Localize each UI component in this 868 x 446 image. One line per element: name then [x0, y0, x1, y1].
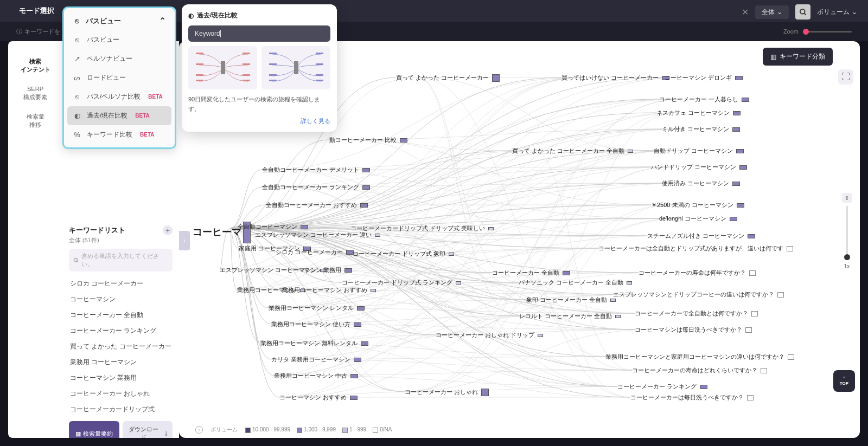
graph-node[interactable]: 業務用コーヒーマシン おすすめ — [282, 286, 376, 294]
left-tab[interactable]: SERP構成要素 — [8, 80, 62, 107]
keyword-list-item[interactable]: コーヒーメーカー ランキング — [69, 323, 173, 339]
mode-dropdown-item[interactable]: ↗ペルソナビュー — [67, 49, 171, 68]
filter-all-button[interactable]: 全体 ⌄ — [755, 5, 789, 19]
graph-node[interactable]: シロカ コーヒーメーカー — [276, 248, 354, 256]
svg-point-0 — [800, 9, 805, 14]
graph-node[interactable]: エスプレッソマシンとドリップコーヒーの違いは何ですか？ — [613, 290, 784, 299]
graph-node[interactable]: 全自動コーヒーメーカー おすすめ — [266, 201, 368, 209]
mode-dropdown-item[interactable]: ◐過去/現在比較BETA — [67, 106, 171, 125]
collapse-panel-button[interactable]: ‹ — [179, 231, 190, 250]
graph-node[interactable]: de'longhi コーヒーマシン — [659, 215, 737, 223]
zoom-slider[interactable] — [803, 31, 852, 33]
vertical-zoom-label: 1x — [844, 263, 850, 269]
keyword-list-item[interactable]: 買って よかった コーヒーメーカー — [69, 339, 173, 354]
mode-item-label: ペルソナビュー — [87, 54, 132, 63]
keyword-classify-button[interactable]: ▥ キーワード分類 — [763, 48, 833, 66]
left-tab[interactable]: 検索インテント — [8, 52, 62, 80]
scroll-top-button[interactable]: ⌃ TOP — [833, 370, 855, 392]
graph-node[interactable]: 業務用コーヒーマシン レンタル — [269, 304, 365, 312]
graph-node[interactable]: コーヒーメーカーは全自動とドリップ式がありますが、違いは何です — [598, 244, 793, 253]
keyword-list-item[interactable]: 業務用 コーヒーマシン — [69, 354, 173, 370]
graph-node[interactable]: コーヒーメーカー ドリップ式 ランキング — [342, 279, 461, 287]
graph-node[interactable]: 自動ドリップ コーヒーマシン — [654, 147, 744, 155]
graph-node[interactable]: 業務用コーヒーマシン 中古 — [274, 372, 358, 380]
graph-node[interactable]: コーヒーメーカーの寿命は何年ですか？ — [639, 269, 756, 277]
graph-node[interactable]: コーヒーメーカー 全自動 — [492, 269, 570, 277]
search-button[interactable] — [795, 4, 810, 20]
mode-dropdown-item[interactable]: ⎋パスビュー — [67, 30, 171, 49]
graph-node[interactable]: スチームノズル付き コーヒーマシン — [647, 232, 755, 240]
vertical-zoom-knob[interactable] — [844, 254, 850, 260]
graph-node[interactable]: コーヒーメーカー 一人暮らし — [659, 95, 749, 104]
graph-node[interactable]: コーヒーマシンは毎日洗うべきですか？ — [635, 326, 752, 334]
graph-node[interactable]: ￥2500 未満の コーヒーマシン — [651, 201, 744, 209]
keyword-list-item[interactable]: コーヒーメーカー 全自動 — [69, 307, 173, 323]
add-keyword-button[interactable]: + — [163, 225, 173, 235]
graph-node[interactable]: 象印 コーヒーメーカー 全自動 — [526, 296, 616, 304]
graph-node[interactable]: 買ってはいけない コーヒーメーカー — [561, 74, 669, 82]
graph-node[interactable]: 業務用コーヒーマシン 無料レンタル — [260, 339, 368, 347]
graph-node[interactable]: コーヒーメーカーは毎日洗うべきですか？ — [630, 393, 754, 402]
graph-node[interactable]: カリタ 業務用コーヒーマシン — [271, 355, 361, 364]
mode-icon: ↗ — [73, 55, 81, 63]
graph-node[interactable]: コーヒーメーカー ドリップ式 象印 — [353, 250, 454, 258]
mode-dropdown-item[interactable]: ᔕロードビュー — [67, 68, 171, 87]
mode-icon: % — [73, 131, 81, 139]
keyword-list-item[interactable]: コーヒーメーカー おしゃれ — [69, 386, 173, 402]
node-label-text: エスプレッソマシンとドリップコーヒーの違いは何ですか？ — [613, 291, 774, 298]
mode-icon: ⎋ — [73, 36, 81, 44]
graph-node[interactable]: コーヒーメーカーの寿命はどれくらいですか？ — [632, 366, 767, 374]
keyword-list-item[interactable]: コーヒーマシン — [69, 292, 173, 307]
graph-node[interactable]: 全自動コーヒーメーカー ランキング — [262, 183, 370, 191]
graph-node[interactable]: 業務用コーヒーマシン 使い方 — [271, 320, 361, 328]
graph-node[interactable]: 全自動コーヒーメーカー デメリット — [262, 166, 370, 174]
vertical-zoom-slider[interactable]: ⇕ 1x — [841, 193, 852, 274]
graph-node[interactable]: 全自動コーヒーマシン — [238, 223, 308, 231]
keyword-list-item[interactable]: コーヒーメーカードリップ式 — [69, 402, 173, 417]
mode-dropdown-item[interactable]: ⎋パス/ペルソナ比較BETA — [67, 87, 171, 106]
node-volume-box — [538, 334, 543, 337]
mode-dropdown-header[interactable]: ⎋ パスビュー ⌃ — [67, 11, 171, 30]
graph-node[interactable]: ハンドドリップ コーヒーマシン — [651, 163, 747, 171]
graph-node[interactable]: 動コーヒーメーカー 比較 — [329, 136, 407, 144]
graph-node[interactable]: ミル付き コーヒーマシン — [662, 125, 740, 133]
graph-node[interactable]: 買って よかった コーヒーメーカー 全自動 — [512, 147, 633, 155]
mode-dropdown-item[interactable]: %キーワード比較BETA — [67, 125, 171, 144]
graph-node[interactable]: コーヒーメーカー ランキング — [617, 383, 707, 391]
keyword-hint-text: キーワードを — [24, 28, 60, 36]
graph-node[interactable]: コーヒーマシン デロンギ — [665, 74, 743, 82]
node-label-text: 買って よかった コーヒーメーカー — [396, 74, 489, 81]
graph-node[interactable]: 業務用コーヒーマシンと家庭用コーヒーマシンの違いは何ですか？ — [605, 353, 794, 361]
mode-item-label: 過去/現在比較 — [87, 111, 127, 120]
graph-node[interactable]: ネスカフェ コーヒーマシン — [656, 109, 741, 117]
graph-node[interactable]: コーヒーメーカーで全自動とは何ですか？ — [635, 309, 758, 318]
graph-node[interactable]: コーヒーメーカー おしゃれ ドリップ — [436, 331, 543, 339]
clear-icon[interactable]: ✕ — [742, 7, 749, 17]
node-label-text: コーヒーメーカー ドリップ式 象印 — [353, 250, 445, 257]
fullscreen-button[interactable]: ⛶ — [838, 69, 853, 85]
graph-node[interactable]: 使用済み コーヒーマシン — [662, 179, 740, 188]
zoom-slider-knob[interactable] — [803, 29, 809, 35]
keyword-list-item[interactable]: シロカ コーヒーメーカー — [69, 276, 173, 292]
download-button[interactable]: ダウンロード ⭳ — [123, 421, 173, 438]
keyword-list-item[interactable]: コーヒーマシン 業務用 — [69, 370, 173, 386]
keyword-list-title: キーワードリスト — [69, 225, 125, 235]
graph-node[interactable]: レコルト コーヒーメーカー 全自動 — [519, 312, 621, 320]
graph-node[interactable]: エスプレッソマシン コーヒーメーカー 違い — [255, 231, 380, 239]
graph-node[interactable]: マシン 業務用 — [304, 266, 352, 274]
graph-node[interactable]: 買って よかった コーヒーメーカー — [396, 74, 500, 82]
node-volume-box — [628, 150, 633, 153]
svg-line-1 — [804, 13, 806, 15]
graph-node[interactable]: パナソニック コーヒーメーカー 全自動 — [519, 279, 632, 287]
graph-node[interactable]: コーヒーメーカー おしゃれ — [405, 388, 489, 396]
node-label-text: パナソニック コーヒーメーカー 全自動 — [519, 279, 623, 286]
graph-node[interactable]: コーヒーマシン おすすめ — [279, 393, 358, 402]
volume-dropdown[interactable]: ボリューム ⌄ — [817, 8, 857, 17]
mode-tooltip-card: ◐ 過去/現在比較 Keyword 90日間変化したユーザーの検索の旅程を確認し… — [182, 4, 337, 132]
node-volume-box — [732, 127, 740, 132]
volume-summary-button[interactable]: ▦ 検索量要約 — [69, 421, 119, 438]
info-icon: i — [195, 426, 203, 434]
learn-more-link[interactable]: 詳しく見る — [188, 117, 330, 125]
left-tab[interactable]: 検索量推移 — [8, 107, 62, 135]
keyword-search-input[interactable]: 含める単語を入力してください。 — [69, 249, 173, 272]
